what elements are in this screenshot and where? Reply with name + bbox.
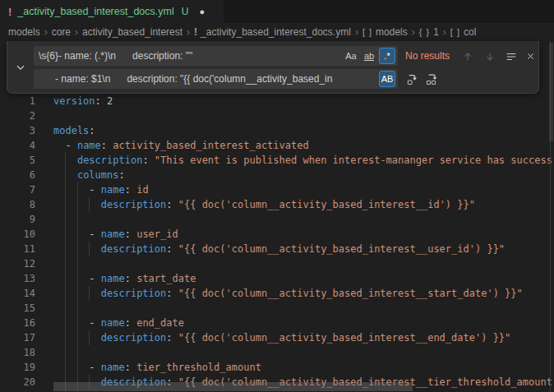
horizontal-scrollbar[interactable]	[53, 382, 413, 391]
code-line[interactable]: 1version: 2	[0, 94, 554, 108]
line-number[interactable]: 20	[0, 375, 35, 390]
line-number[interactable]: 5	[0, 153, 35, 168]
replace-text: - name: $1\n description: "{{ doc('colum…	[39, 72, 373, 85]
chevron-right-icon: ›	[44, 26, 48, 38]
code-line[interactable]: 12	[0, 256, 554, 271]
line-number[interactable]: 13	[0, 271, 35, 286]
line-number[interactable]: 8	[0, 197, 35, 212]
breadcrumb-label: models	[376, 26, 408, 38]
breadcrumb-label: 1	[433, 26, 439, 38]
code-line[interactable]: 6 columns:	[0, 168, 554, 182]
line-number[interactable]: 19	[0, 360, 35, 375]
line-number[interactable]: 4	[0, 138, 35, 153]
code-text: - name: end_date	[53, 316, 184, 330]
whole-word-button[interactable]: ab	[361, 48, 377, 64]
find-in-selection-button[interactable]	[502, 48, 519, 65]
code-line[interactable]: 19 - name: tier_threshold_amount	[0, 360, 554, 375]
chevron-right-icon: ›	[443, 26, 446, 38]
code-line[interactable]: 9	[0, 212, 554, 227]
array-symbol-icon: [ ]	[362, 27, 372, 37]
code-line[interactable]: 15	[0, 301, 554, 316]
indent-guide	[89, 286, 90, 301]
replace-all-button[interactable]	[423, 71, 441, 88]
line-number[interactable]: 17	[0, 330, 35, 345]
array-symbol-icon: [ ]	[450, 27, 460, 37]
toggle-replace-chevron-icon[interactable]	[12, 59, 29, 76]
line-number[interactable]: 10	[0, 227, 35, 242]
vscode-editor-window: ! _activity_based_interest_docs.yml U ● …	[0, 0, 554, 392]
match-case-button[interactable]: Aa	[343, 48, 359, 64]
breadcrumb: models›core›activity_based_interest›!_ac…	[0, 23, 554, 41]
close-find-widget-button[interactable]	[522, 48, 539, 65]
replace-input[interactable]: - name: $1\n description: "{{ doc('colum…	[34, 69, 398, 89]
breadcrumb-label: core	[52, 26, 71, 38]
tab-filename: _activity_based_interest_docs.yml	[17, 6, 173, 17]
code-line[interactable]: 10 - name: user_id	[0, 227, 554, 242]
replace-button[interactable]	[404, 71, 421, 88]
code-text: - name: start_date	[53, 271, 196, 286]
chevron-right-icon: ›	[187, 26, 190, 38]
line-number[interactable]: 9	[0, 212, 35, 227]
line-number[interactable]: 14	[0, 286, 35, 301]
breadcrumb-item-_activity_based_interest_docs.yml[interactable]: !_activity_based_interest_docs.yml	[194, 26, 351, 38]
line-number[interactable]: 15	[0, 301, 35, 316]
line-number[interactable]: 2	[0, 108, 35, 123]
code-text: description: "This event is published wh…	[53, 153, 552, 168]
indent-guide	[89, 330, 90, 345]
line-number[interactable]: 16	[0, 316, 35, 330]
code-line[interactable]: 8 description: "{{ doc('column__activity…	[0, 197, 554, 212]
chevron-right-icon: ›	[355, 26, 358, 38]
tab-bar: ! _activity_based_interest_docs.yml U ●	[0, 0, 554, 23]
yaml-file-icon: !	[8, 7, 12, 17]
code-line[interactable]: 11 description: "{{ doc('column__activit…	[0, 242, 554, 256]
breadcrumb-label: _activity_based_interest_docs.yml	[201, 26, 351, 38]
indent-guide	[65, 153, 66, 392]
tab-activity-based-interest-docs[interactable]: ! _activity_based_interest_docs.yml U ●	[0, 0, 224, 23]
line-number[interactable]: 1	[0, 94, 35, 108]
next-match-button[interactable]	[481, 48, 498, 65]
line-number[interactable]: 7	[0, 182, 35, 197]
modified-dot-icon[interactable]: ●	[199, 7, 205, 16]
line-number[interactable]: 18	[0, 345, 35, 360]
breadcrumb-item-col[interactable]: [ ]col	[450, 26, 477, 38]
chevron-right-icon: ›	[75, 26, 78, 38]
breadcrumb-item-core[interactable]: core	[52, 26, 71, 38]
chevron-right-icon: ›	[412, 26, 415, 38]
vertical-scrollbar[interactable]	[549, 43, 553, 141]
breadcrumb-label: activity_based_interest	[82, 26, 182, 38]
find-input[interactable]: \s{6}- name: (.*)\n description: "" Aa a…	[34, 46, 398, 66]
find-query-text: \s{6}- name: (.*)\n description: ""	[39, 49, 339, 62]
code-line[interactable]: 2	[0, 108, 554, 123]
code-text: description: "{{ doc('column__activity_b…	[53, 330, 510, 345]
code-text: description: "{{ doc('column__activity_b…	[53, 197, 475, 212]
code-line[interactable]: 16 - name: end_date	[0, 316, 554, 330]
line-number[interactable]: 11	[0, 242, 35, 256]
code-line[interactable]: 17 description: "{{ doc('column__activit…	[0, 330, 554, 345]
code-text: columns:	[53, 168, 125, 182]
whole-word-label: ab	[364, 52, 374, 61]
code-text: version: 2	[53, 94, 113, 108]
regex-button[interactable]: .*	[379, 48, 395, 64]
code-line[interactable]: 13 - name: start_date	[0, 271, 554, 286]
code-line[interactable]: 4 - name: activity_based_interest_activa…	[0, 138, 554, 153]
code-line[interactable]: 3models:	[0, 123, 554, 138]
code-text: - name: id	[53, 182, 149, 197]
preserve-case-button[interactable]: AB	[379, 71, 395, 87]
breadcrumb-item-models[interactable]: models	[8, 26, 40, 38]
code-line[interactable]: 18	[0, 345, 554, 360]
code-line[interactable]: 7 - name: id	[0, 182, 554, 197]
breadcrumb-item-activity_based_interest[interactable]: activity_based_interest	[82, 26, 182, 38]
line-number[interactable]: 6	[0, 168, 35, 182]
line-number[interactable]: 12	[0, 256, 35, 271]
breadcrumb-item-models[interactable]: [ ]models	[362, 26, 408, 38]
code-text: models:	[53, 123, 95, 138]
previous-match-button[interactable]	[459, 48, 476, 65]
editor-code-area[interactable]: 1version: 223models:4 - name: activity_b…	[0, 94, 554, 390]
code-line[interactable]: 14 description: "{{ doc('column__activit…	[0, 286, 554, 301]
breadcrumb-label: col	[464, 26, 476, 38]
code-line[interactable]: 5 description: "This event is published …	[0, 153, 554, 168]
indent-guide	[89, 242, 90, 256]
code-text: - name: tier_threshold_amount	[53, 360, 261, 375]
line-number[interactable]: 3	[0, 123, 35, 138]
breadcrumb-item-1[interactable]: { }1	[419, 26, 439, 38]
